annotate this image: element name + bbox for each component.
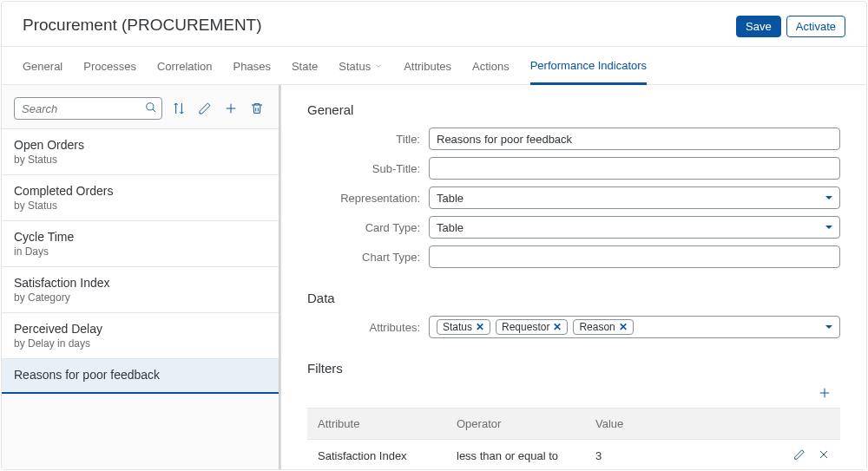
list-item[interactable]: Reasons for poor feedback (2, 359, 279, 394)
input-subtitle[interactable] (429, 157, 840, 180)
delete-filter-icon[interactable] (818, 448, 830, 463)
sidebar: Open Ordersby StatusCompleted Ordersby S… (2, 85, 279, 469)
add-filter-icon[interactable] (818, 386, 840, 403)
svg-line-1 (153, 109, 156, 113)
label-subtitle: Sub-Title: (307, 162, 429, 175)
tab-actions[interactable]: Actions (472, 47, 510, 84)
page-title: Procurement (PROCUREMENT) (23, 16, 262, 35)
tab-bar: GeneralProcessesCorrelationPhasesStateSt… (2, 47, 866, 85)
section-heading-filters: Filters (307, 361, 840, 376)
list-item-subtitle: by Delay in days (14, 337, 266, 350)
token-remove-icon[interactable]: ✕ (553, 321, 562, 333)
save-button[interactable]: Save (736, 16, 781, 37)
attribute-token[interactable]: Reason✕ (573, 319, 633, 335)
list-item-subtitle: in Days (14, 245, 266, 258)
list-item-title: Completed Orders (14, 184, 266, 198)
filter-cell-attribute: Satisfaction Index (318, 449, 457, 462)
input-chart-type[interactable] (429, 245, 840, 268)
list-item-subtitle: by Status (14, 154, 266, 166)
list-item-title: Reasons for poor feedback (14, 368, 266, 382)
tab-correlation[interactable]: Correlation (157, 47, 213, 84)
attributes-multi-select[interactable]: Status✕Requestor✕Reason✕ (429, 316, 840, 338)
tab-status[interactable]: Status (339, 47, 383, 84)
list-item-title: Open Orders (14, 138, 266, 152)
list-item[interactable]: Cycle Timein Days (2, 221, 279, 267)
indicator-list: Open Ordersby StatusCompleted Ordersby S… (2, 128, 279, 394)
tab-attributes[interactable]: Attributes (404, 47, 451, 84)
select-card-type[interactable]: Table (429, 216, 840, 239)
filter-header-attribute: Attribute (318, 417, 457, 430)
tab-performance-indicators[interactable]: Performance Indicators (530, 47, 647, 85)
token-remove-icon[interactable]: ✕ (619, 321, 628, 333)
list-item[interactable]: Perceived Delayby Delay in days (2, 313, 279, 359)
section-heading-general: General (307, 102, 840, 117)
add-icon[interactable] (221, 99, 240, 118)
list-item[interactable]: Open Ordersby Status (2, 129, 279, 175)
filter-row: Satisfaction Indexless than or equal to3 (307, 440, 840, 469)
list-item-title: Perceived Delay (14, 322, 266, 336)
tab-processes[interactable]: Processes (83, 47, 136, 84)
token-label: Status (443, 321, 472, 333)
token-label: Requestor (502, 321, 549, 333)
token-label: Reason (579, 321, 615, 333)
list-item[interactable]: Completed Ordersby Status (2, 175, 279, 221)
label-attributes: Attributes: (307, 321, 429, 334)
label-title: Title: (307, 133, 429, 146)
label-card-type: Card Type: (307, 221, 429, 234)
select-representation[interactable]: Table (429, 186, 840, 209)
svg-point-0 (147, 103, 154, 110)
filter-cell-value: 3 (595, 449, 778, 462)
filter-header-operator: Operator (457, 417, 595, 430)
input-title[interactable]: Reasons for poor feedback (429, 128, 840, 150)
attribute-token[interactable]: Requestor✕ (496, 319, 568, 335)
activate-button[interactable]: Activate (786, 16, 845, 37)
content-panel: General Title: Reasons for poor feedback… (279, 85, 866, 469)
search-input[interactable] (14, 97, 162, 120)
list-item-title: Cycle Time (14, 230, 266, 244)
list-item-title: Satisfaction Index (14, 276, 266, 290)
edit-icon[interactable] (195, 99, 214, 118)
token-remove-icon[interactable]: ✕ (476, 321, 484, 333)
section-heading-data: Data (307, 291, 840, 305)
list-item-subtitle: by Status (14, 200, 266, 212)
attribute-token[interactable]: Status✕ (437, 319, 490, 335)
filter-header-value: Value (595, 417, 778, 430)
label-chart-type: Chart Type: (307, 251, 429, 264)
edit-filter-icon[interactable] (793, 448, 806, 463)
chevron-down-icon (374, 60, 383, 73)
tab-general[interactable]: General (23, 47, 62, 84)
tab-state[interactable]: State (292, 47, 318, 84)
label-representation: Representation: (307, 192, 429, 205)
sort-icon[interactable] (169, 99, 188, 118)
tab-phases[interactable]: Phases (233, 47, 271, 84)
list-item[interactable]: Satisfaction Indexby Category (2, 267, 279, 313)
list-item-subtitle: by Category (14, 291, 266, 304)
search-icon[interactable] (145, 101, 157, 116)
delete-icon[interactable] (247, 99, 266, 118)
filter-cell-operator: less than or equal to (457, 449, 595, 462)
